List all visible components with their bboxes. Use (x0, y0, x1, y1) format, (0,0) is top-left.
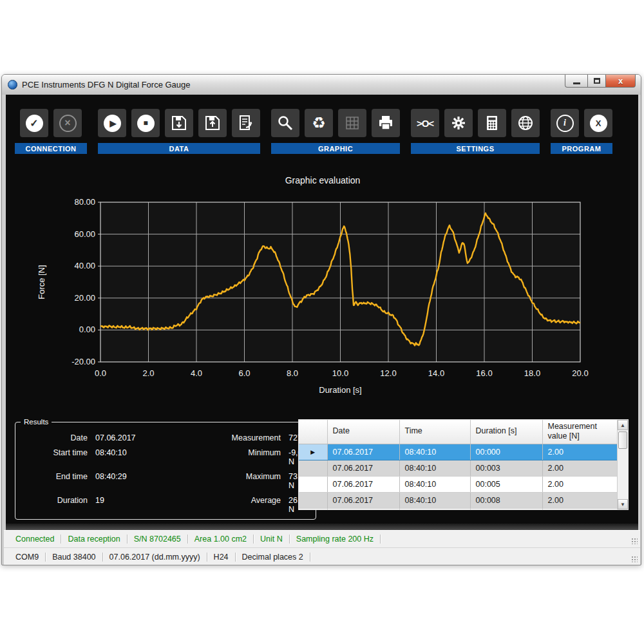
toolbar-group-label: GRAPHIC (271, 143, 400, 154)
panel-divider (6, 524, 638, 530)
refresh-button[interactable]: ♻ (305, 109, 333, 137)
info-button[interactable]: i (551, 109, 579, 137)
app-window: PCE Instruments DFG N Digital Force Gaug… (1, 74, 641, 565)
table-cell[interactable]: 2.00 (542, 444, 618, 460)
column-header[interactable]: Time (399, 420, 470, 444)
table-cell[interactable]: 2.00 (542, 460, 618, 476)
table-cell[interactable]: 08:40:10 (399, 508, 470, 510)
x-tick-label: 6.0 (238, 368, 250, 378)
status-bar-device: ConnectedData receptionS/N 8702465Area 1… (4, 531, 640, 548)
calculator-button[interactable] (478, 109, 506, 137)
table-row[interactable]: 07.06.201708:40:1000:0112.00 (299, 508, 618, 510)
x-tick-label: 16.0 (476, 368, 492, 378)
table-cell[interactable]: 07.06.2017 (327, 508, 399, 510)
status-item: Unit N (254, 535, 290, 544)
export-report-button[interactable] (232, 109, 260, 137)
x-tick-label: 18.0 (524, 368, 540, 378)
table-cell[interactable]: 00:008 (470, 492, 542, 508)
toolbar-group-data: ▶■DATA (98, 109, 260, 154)
client-area: ✓×CONNECTION▶■DATA♻GRAPHIC>O<SETTINGSiXP… (6, 95, 638, 524)
language-button[interactable] (511, 109, 540, 137)
status-item: Sampling rate 200 Hz (290, 535, 381, 544)
table-cell[interactable]: 07.06.2017 (327, 460, 399, 476)
results-panel: Results Date07.06.2017Measurement7274Sta… (15, 418, 316, 520)
table-row[interactable]: 07.06.201708:40:1000:0032.00 (299, 460, 618, 476)
table-cell[interactable]: 00:005 (470, 476, 542, 492)
table-cell[interactable]: 2.00 (542, 492, 618, 508)
load-data-button[interactable] (198, 109, 227, 137)
printer-icon (377, 114, 395, 132)
exit-button[interactable]: X (584, 109, 612, 137)
globe-icon (516, 114, 535, 132)
zoom-button[interactable] (271, 109, 299, 137)
table-row[interactable]: 07.06.201708:40:1000:0052.00 (299, 476, 618, 492)
toolbar-group-program: iXPROGRAM (551, 109, 612, 154)
table-cell[interactable]: 08:40:10 (399, 444, 470, 460)
minimize-button[interactable] (565, 75, 588, 88)
toolbar-group-label: DATA (98, 143, 260, 154)
status-item: Data reception (61, 535, 127, 544)
results-grid: Date07.06.2017Measurement7274Start time0… (15, 426, 316, 514)
row-selector[interactable] (299, 476, 327, 492)
save-data-button[interactable] (165, 109, 193, 137)
x-axis-label: Duration [s] (319, 385, 361, 395)
status-item: Baud 38400 (46, 553, 102, 562)
scroll-down-icon[interactable]: ▼ (618, 499, 628, 509)
desktop: PCE Instruments DFG N Digital Force Gaug… (0, 0, 644, 644)
row-selector[interactable] (299, 508, 327, 510)
stop-measurement-button[interactable]: ■ (131, 109, 160, 137)
status-bars: ConnectedData receptionS/N 8702465Area 1… (4, 530, 640, 565)
column-header[interactable]: Date (327, 420, 399, 444)
toolbar-group-graphic: ♻GRAPHIC (271, 109, 400, 154)
table-cell[interactable]: 2.00 (542, 476, 618, 492)
force-chart[interactable]: Graphic evaluation80.0060.0040.0020.000.… (6, 162, 638, 408)
result-value: 19 (95, 496, 197, 514)
title-bar[interactable]: PCE Instruments DFG N Digital Force Gaug… (2, 75, 641, 95)
result-label: Maximum (205, 472, 281, 490)
status-item: Connected (9, 535, 61, 544)
close-button[interactable]: x (606, 75, 636, 88)
result-label: Minimum (205, 448, 281, 466)
chart-title: Graphic evaluation (285, 175, 361, 185)
maximize-icon (594, 78, 600, 84)
recycle-icon: ♻ (312, 115, 326, 131)
start-measurement-button[interactable]: ▶ (98, 109, 126, 137)
table-cell[interactable]: 08:40:10 (399, 460, 470, 476)
x-tick-label: 14.0 (428, 368, 444, 378)
table-cell[interactable]: 08:40:10 (399, 476, 470, 492)
x-tick-label: 12.0 (380, 368, 396, 378)
floppy-load-icon (204, 114, 222, 132)
table-cell[interactable]: 08:40:10 (399, 492, 470, 508)
column-header[interactable]: Duration [s] (470, 420, 542, 444)
table-cell[interactable]: 2.00 (542, 508, 618, 510)
grid-icon (343, 114, 361, 132)
status-bar-interface: COM9Baud 3840007.06.2017 (dd.mm.yyyy)H24… (4, 548, 640, 565)
table-cell[interactable]: 00:000 (470, 444, 542, 460)
row-selector[interactable] (299, 492, 327, 508)
tare-icon: >O< (417, 118, 433, 129)
table-scrollbar[interactable]: ▲▼ (617, 420, 628, 509)
measurement-table: DateTimeDuration [s]Measurement value [N… (298, 419, 629, 510)
row-selector[interactable] (299, 460, 327, 476)
result-label: Start time (24, 448, 88, 466)
scrollbar-thumb[interactable] (618, 431, 627, 449)
scroll-up-icon[interactable]: ▲ (618, 420, 628, 430)
device-settings-button[interactable] (444, 109, 473, 137)
table-cell[interactable]: 00:003 (470, 460, 542, 476)
table-cell[interactable]: 07.06.2017 (327, 476, 399, 492)
table-cell[interactable]: 00:011 (470, 508, 542, 510)
result-value: 08:40:10 (95, 448, 197, 466)
x-tick-label: 4.0 (191, 368, 202, 378)
column-header[interactable]: Measurement value [N] (542, 420, 618, 444)
tare-button[interactable]: >O< (411, 109, 439, 137)
table-cell[interactable]: 07.06.2017 (327, 444, 399, 460)
grid-view-button (338, 109, 366, 137)
table-cell[interactable]: 07.06.2017 (327, 492, 399, 508)
print-button[interactable] (372, 109, 400, 137)
toolbar-group-label: SETTINGS (411, 143, 540, 154)
table-row[interactable]: 07.06.201708:40:1000:0082.00 (299, 492, 618, 508)
row-selector[interactable]: ▶ (299, 444, 327, 460)
connect-button[interactable]: ✓ (20, 109, 48, 137)
table-row[interactable]: ▶07.06.201708:40:1000:0002.00 (299, 444, 618, 460)
maximize-button[interactable] (588, 75, 606, 88)
